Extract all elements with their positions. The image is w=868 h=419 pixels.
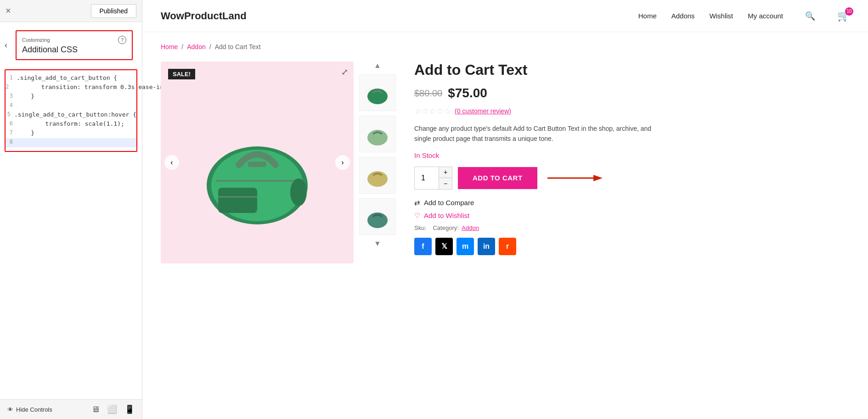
customizing-label: Customizing ? (22, 36, 126, 44)
qty-buttons: + − (439, 167, 452, 189)
published-button[interactable]: Published (91, 4, 137, 18)
product-image (188, 94, 326, 231)
product-title: Add to Cart Text (414, 61, 850, 78)
help-icon[interactable]: ? (118, 36, 126, 44)
breadcrumb: Home / Addon / Add to Cart Text (161, 43, 850, 50)
code-line: 2 transition: transform 0.3s ease-in-out… (6, 83, 136, 92)
left-panel: × Published ‹ Customizing ? Additional C… (0, 0, 142, 419)
thumbnails-up-button[interactable]: ▲ (374, 61, 381, 70)
add-to-cart-button[interactable]: ADD TO CART (458, 167, 537, 189)
next-image-button[interactable]: › (335, 155, 350, 170)
sale-badge: SALE! (168, 69, 195, 79)
eye-icon: 👁 (7, 406, 13, 413)
thumbnail-3[interactable] (359, 157, 396, 194)
code-editor[interactable]: 1.single_add_to_cart_button {2 transitio… (5, 69, 137, 152)
customizing-section: Customizing ? Additional CSS (16, 30, 133, 60)
messenger-share-button[interactable]: m (457, 238, 474, 255)
category-link[interactable]: Addon (462, 224, 479, 231)
hide-controls-label: Hide Controls (16, 406, 52, 413)
nav-myaccount[interactable]: My account (748, 12, 783, 20)
quantity-control: + − (414, 167, 452, 190)
review-link[interactable]: (0 customer review) (455, 107, 511, 115)
social-row: f 𝕏 m in r (414, 238, 850, 255)
code-line: 4 (6, 101, 136, 111)
price-row: $80.00 $75.00 (414, 86, 850, 101)
nav-addons[interactable]: Addons (671, 12, 695, 20)
linkedin-share-button[interactable]: in (478, 238, 495, 255)
code-line: 1.single_add_to_cart_button { (6, 74, 136, 83)
breadcrumb-sep2: / (209, 43, 211, 50)
customizing-text: Customizing (22, 37, 50, 43)
nav-home[interactable]: Home (638, 12, 657, 20)
code-line: 3 } (6, 92, 136, 101)
twitter-share-button[interactable]: 𝕏 (435, 238, 453, 255)
svg-marker-12 (593, 175, 603, 181)
add-wishlist-label: Add to Wishlist (424, 212, 469, 219)
tablet-view-button[interactable]: ⬜ (107, 404, 117, 414)
product-images: SALE! ⤢ ‹ (161, 61, 396, 263)
nav-wishlist[interactable]: Wishlist (710, 12, 733, 20)
stars: ☆☆☆☆☆ (414, 106, 451, 116)
main-content: WowProductLand Home Addons Wishlist My a… (142, 0, 868, 419)
thumbnail-1[interactable] (359, 74, 396, 111)
prev-image-button[interactable]: ‹ (164, 155, 179, 170)
breadcrumb-current: Add to Cart Text (215, 43, 261, 50)
breadcrumb-home[interactable]: Home (161, 43, 178, 50)
category-label: Category: (433, 224, 458, 231)
reddit-share-button[interactable]: r (499, 238, 516, 255)
arrow-indicator (543, 167, 607, 190)
expand-button[interactable]: ⤢ (341, 67, 348, 77)
quantity-input[interactable] (415, 167, 439, 189)
svg-rect-6 (248, 162, 266, 167)
code-line: 6 transform: scale(1.1); (6, 120, 136, 129)
page-content: Home / Addon / Add to Cart Text SALE! ⤢ … (142, 32, 868, 419)
code-line: 8 (6, 138, 136, 147)
top-bar: × Published (0, 0, 142, 22)
svg-point-5 (290, 179, 307, 206)
in-stock: In Stock (414, 151, 850, 159)
code-line: 7 } (6, 129, 136, 138)
bottom-bar: 👁 Hide Controls 🖥 ⬜ 📱 (0, 399, 142, 419)
site-header: WowProductLand Home Addons Wishlist My a… (142, 0, 868, 32)
old-price: $80.00 (414, 88, 442, 99)
rating-row: ☆☆☆☆☆ (0 customer review) (414, 106, 850, 116)
add-compare-row[interactable]: ⇄ Add to Compare (414, 199, 850, 207)
svg-rect-3 (218, 188, 257, 213)
hide-controls-button[interactable]: 👁 Hide Controls (7, 406, 52, 413)
thumbnail-2[interactable] (359, 116, 396, 152)
add-compare-label: Add to Compare (424, 199, 474, 207)
qty-minus-button[interactable]: − (439, 178, 452, 189)
heart-icon: ♡ (414, 212, 420, 220)
desktop-view-button[interactable]: 🖥 (91, 404, 100, 414)
thumbnail-4[interactable] (359, 198, 396, 235)
breadcrumb-addon[interactable]: Addon (187, 43, 205, 50)
add-wishlist-row[interactable]: ♡ Add to Wishlist (414, 212, 850, 220)
code-line: 5.single_add_to_cart_button:hover { (6, 111, 136, 120)
facebook-share-button[interactable]: f (414, 238, 432, 255)
close-button[interactable]: × (6, 6, 11, 16)
thumbnails-down-button[interactable]: ▼ (374, 240, 381, 248)
qty-plus-button[interactable]: + (439, 167, 452, 178)
search-button[interactable]: 🔍 (805, 11, 815, 21)
customizing-title: Additional CSS (22, 45, 126, 55)
view-buttons: 🖥 ⬜ 📱 (91, 404, 135, 414)
main-image-container: SALE! ⤢ ‹ (161, 61, 354, 263)
add-cart-row: + − ADD TO CART (414, 167, 850, 190)
meta-row: Sku: Category: Addon (414, 224, 850, 231)
compare-icon: ⇄ (414, 199, 420, 207)
thumbnails-column: ▲ (359, 61, 396, 263)
cart-badge: 10 (845, 7, 853, 16)
product-section: SALE! ⤢ ‹ (161, 61, 850, 263)
product-info: Add to Cart Text $80.00 $75.00 ☆☆☆☆☆ (0 … (414, 61, 850, 263)
mobile-view-button[interactable]: 📱 (124, 404, 135, 414)
back-button[interactable]: ‹ (5, 40, 7, 50)
sku-label: Sku: (414, 224, 426, 231)
cart-button[interactable]: 🛒 10 (837, 10, 850, 22)
site-logo: WowProductLand (161, 10, 247, 22)
nav-links: Home Addons Wishlist My account (638, 12, 783, 20)
new-price: $75.00 (448, 86, 487, 101)
product-description: Change any product type's default Add to… (414, 123, 653, 144)
breadcrumb-sep1: / (181, 43, 183, 50)
